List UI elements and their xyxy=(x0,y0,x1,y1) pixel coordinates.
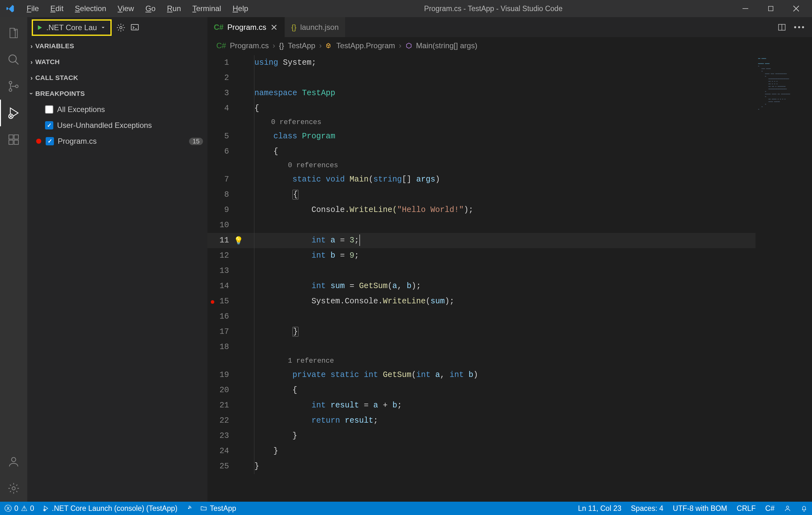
window-close-button[interactable] xyxy=(783,0,809,17)
chevron-right-icon: › xyxy=(30,42,33,50)
vscode-logo-icon xyxy=(3,4,17,13)
activity-search[interactable] xyxy=(0,46,27,73)
tab-program-cs[interactable]: C# Program.cs xyxy=(207,17,285,37)
csharp-file-icon: C# xyxy=(214,23,224,32)
checkbox-checked-icon[interactable]: ✓ xyxy=(46,137,54,145)
status-encoding[interactable]: UTF-8 with BOM xyxy=(673,504,727,513)
play-icon xyxy=(36,24,43,31)
split-editor-icon[interactable] xyxy=(777,23,786,32)
window-maximize-button[interactable] xyxy=(758,0,783,17)
status-problems[interactable]: ⓧ0 ⚠0 xyxy=(4,504,34,513)
breadcrumbs[interactable]: C# Program.cs › {} TestApp › TestApp.Pro… xyxy=(207,37,812,54)
close-icon[interactable] xyxy=(270,23,278,31)
section-watch[interactable]: › WATCH xyxy=(27,54,207,70)
tab-launch-json[interactable]: {} launch.json xyxy=(285,17,345,37)
status-feedback-icon[interactable] xyxy=(784,505,791,512)
breakpoint-all-exceptions[interactable]: All Exceptions xyxy=(36,102,207,117)
breakpoint-file[interactable]: ✓ Program.cs 15 xyxy=(36,133,207,149)
activity-bar xyxy=(0,17,27,502)
activity-account[interactable] xyxy=(0,448,27,475)
svg-rect-0 xyxy=(768,6,773,11)
sidebar-run-debug: .NET Core Lau › VARIABLES › WATCH › CALL… xyxy=(27,17,207,502)
menu-terminal[interactable]: Terminal xyxy=(186,2,227,15)
broadcast-icon xyxy=(185,505,192,512)
menu-bar: File Edit Selection View Go Run Terminal… xyxy=(21,2,254,15)
warning-icon: ⚠ xyxy=(21,504,28,513)
csharp-file-icon: C# xyxy=(216,41,226,50)
svg-point-12 xyxy=(120,26,122,29)
svg-rect-9 xyxy=(14,135,19,139)
title-bar: File Edit Selection View Go Run Terminal… xyxy=(0,0,812,17)
svg-point-16 xyxy=(188,508,190,509)
status-notifications-icon[interactable] xyxy=(801,505,808,512)
svg-point-11 xyxy=(12,487,15,490)
menu-edit[interactable]: Edit xyxy=(45,2,69,15)
method-icon xyxy=(405,42,412,49)
activity-explorer[interactable] xyxy=(0,20,27,46)
code-editor[interactable]: 1using System; 2 3namespace TestApp 4{ 0… xyxy=(207,54,812,502)
menu-run[interactable]: Run xyxy=(161,2,186,15)
launch-config-selector[interactable]: .NET Core Lau xyxy=(32,19,112,36)
menu-file[interactable]: File xyxy=(21,2,45,15)
namespace-icon: {} xyxy=(279,41,284,50)
checkbox-unchecked-icon[interactable] xyxy=(45,105,53,114)
status-launch-config[interactable]: .NET Core Launch (console) (TestApp) xyxy=(42,504,178,513)
editor-tabs: C# Program.cs {} launch.json ••• xyxy=(207,17,812,37)
section-callstack[interactable]: › CALL STACK xyxy=(27,70,207,86)
debug-toolbar: .NET Core Lau xyxy=(27,17,207,38)
svg-rect-8 xyxy=(14,140,19,144)
breakpoint-user-unhandled[interactable]: ✓ User-Unhandled Exceptions xyxy=(36,117,207,133)
chevron-down-icon: › xyxy=(28,92,35,94)
json-file-icon: {} xyxy=(291,23,296,32)
svg-rect-7 xyxy=(9,140,13,144)
chevron-right-icon: › xyxy=(30,74,33,82)
menu-go[interactable]: Go xyxy=(140,2,161,15)
breakpoints-list: All Exceptions ✓ User-Unhandled Exceptio… xyxy=(27,102,207,149)
section-variables[interactable]: › VARIABLES xyxy=(27,38,207,54)
svg-point-10 xyxy=(11,458,16,462)
activity-settings[interactable] xyxy=(0,475,27,502)
status-language[interactable]: C# xyxy=(765,504,775,513)
svg-point-2 xyxy=(9,81,12,84)
breakpoint-dot-icon xyxy=(36,139,41,144)
section-breakpoints[interactable]: › BREAKPOINTS xyxy=(27,86,207,102)
window-minimize-button[interactable] xyxy=(733,0,758,17)
activity-extensions[interactable] xyxy=(0,126,27,153)
breakpoint-icon[interactable]: ● xyxy=(210,297,215,306)
chevron-right-icon: › xyxy=(30,58,33,66)
folder-icon xyxy=(200,505,207,512)
breakpoint-line-badge: 15 xyxy=(189,138,203,145)
status-indentation[interactable]: Spaces: 4 xyxy=(631,504,663,513)
launch-config-label: .NET Core Lau xyxy=(46,23,97,32)
status-cursor-position[interactable]: Ln 11, Col 23 xyxy=(578,504,621,513)
menu-help[interactable]: Help xyxy=(227,2,254,15)
minimap[interactable]: ▬▬ ▬▬▬▬ ▬▬▬▬▬ ▬▬▬▬ ▬ ▬▬▬ ▬▬▬▬ ▬ ▬▬▬▬ ▬▬▬… xyxy=(756,54,812,502)
activity-run-debug[interactable] xyxy=(0,99,27,126)
error-icon: ⓧ xyxy=(4,504,12,513)
debug-icon xyxy=(42,505,50,512)
svg-point-17 xyxy=(786,506,788,508)
editor-group: C# Program.cs {} launch.json ••• C# Prog… xyxy=(207,17,812,502)
lightbulb-icon[interactable]: 💡 xyxy=(234,233,243,248)
chevron-down-icon xyxy=(100,25,106,30)
open-launch-json-icon[interactable] xyxy=(116,23,125,32)
status-folder[interactable]: TestApp xyxy=(200,504,236,513)
status-bar: ⓧ0 ⚠0 .NET Core Launch (console) (TestAp… xyxy=(0,502,812,515)
svg-rect-13 xyxy=(131,24,138,30)
status-eol[interactable]: CRLF xyxy=(737,504,756,513)
activity-source-control[interactable] xyxy=(0,73,27,99)
class-icon xyxy=(325,42,332,49)
more-actions-icon[interactable]: ••• xyxy=(794,23,806,32)
debug-console-icon[interactable] xyxy=(130,23,140,32)
svg-point-4 xyxy=(16,85,18,88)
menu-view[interactable]: View xyxy=(112,2,140,15)
main-area: .NET Core Lau › VARIABLES › WATCH › CALL… xyxy=(0,17,812,502)
text-cursor xyxy=(359,234,360,246)
status-live-share[interactable] xyxy=(185,505,192,512)
svg-point-1 xyxy=(9,55,16,62)
window-title: Program.cs - TestApp - Visual Studio Cod… xyxy=(254,4,733,13)
svg-rect-6 xyxy=(9,135,13,139)
menu-selection[interactable]: Selection xyxy=(69,2,112,15)
checkbox-checked-icon[interactable]: ✓ xyxy=(45,121,53,130)
svg-point-3 xyxy=(9,89,12,91)
